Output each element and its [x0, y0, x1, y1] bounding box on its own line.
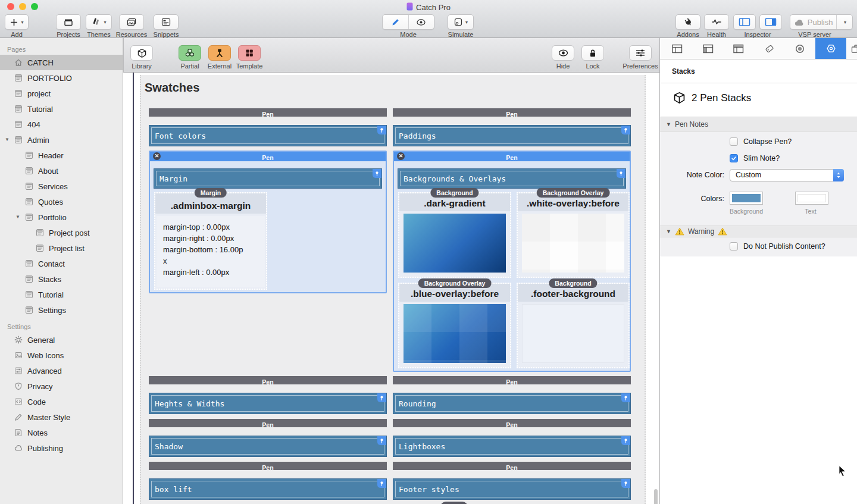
collapse-pen-checkbox[interactable] [730, 137, 738, 146]
pen-title-font-colors[interactable]: Font colors [149, 125, 387, 146]
sidebar-item-portfolio[interactable]: ▼Portfolio [0, 209, 123, 225]
simulate-button[interactable]: ▾ [448, 14, 474, 30]
sidebar-item-stacks[interactable]: Stacks [0, 271, 123, 287]
swatch-card-footer-background[interactable]: Background .footer-background [517, 283, 630, 368]
preferences-button[interactable] [629, 45, 652, 61]
disclosure-triangle-icon[interactable]: ▼ [5, 137, 10, 142]
sidebar-item-portfolio[interactable]: PORTFOLIO [0, 70, 123, 86]
sidebar-item-tutorial[interactable]: Tutorial [0, 101, 123, 117]
partial-button[interactable] [179, 45, 201, 61]
canvas-scrollbar-thumb[interactable] [654, 489, 658, 504]
text-color-well[interactable] [795, 192, 828, 205]
sidebar-item-project-post[interactable]: Project post [0, 225, 123, 240]
inspector-right-panel-button[interactable] [759, 14, 782, 30]
sidebar-item-privacy[interactable]: Privacy [0, 378, 123, 394]
sidebar-item-project[interactable]: project [0, 86, 123, 101]
publish-menu-button[interactable]: ▾ [836, 15, 852, 29]
disclosure-triangle-icon[interactable]: ▼ [666, 121, 671, 127]
pen-stack-bar[interactable]: Pen [149, 462, 387, 470]
pen-notes-section-header[interactable]: ▼ Pen Notes [660, 117, 857, 132]
pin-icon[interactable] [377, 393, 386, 402]
preview-mode-button[interactable] [408, 15, 434, 29]
selected-pen-header[interactable]: ✕ Pen [150, 152, 386, 161]
sidebar-item-code[interactable]: Code [0, 394, 123, 409]
warning-section-header[interactable]: ▼ Warning [660, 226, 857, 237]
pen-stack-bar[interactable]: Pen [149, 419, 387, 427]
background-color-well[interactable] [730, 192, 763, 205]
swatch-card-dark-gradient[interactable]: Background .dark-gradient [398, 192, 511, 278]
pin-icon[interactable] [377, 436, 386, 445]
pen-stack-bar[interactable]: Pen [393, 376, 631, 384]
resources-button[interactable] [119, 14, 144, 30]
pen-stack-bar[interactable]: Pen [393, 462, 631, 470]
pen-stack-selected-backgrounds[interactable]: ✕ Pen Backgrounds & Overlays Background … [393, 151, 631, 372]
pen-title-shadow[interactable]: Shadow [149, 436, 387, 457]
disclosure-triangle-icon[interactable]: ▼ [666, 228, 671, 234]
sidebar-item-services[interactable]: Services [0, 179, 123, 194]
pen-title-footer-styles[interactable]: Footer styles [393, 478, 631, 500]
selected-pen-header[interactable]: ✕ Pen [394, 152, 630, 161]
inspector-left-panel-button[interactable] [733, 14, 756, 30]
pin-icon[interactable] [377, 126, 386, 134]
swatch-card-white-overlay[interactable]: Background Overlay .white-overlay:before [517, 192, 630, 278]
pen-title-box-lift[interactable]: box lift [149, 478, 387, 500]
tab-stacks-settings[interactable] [815, 38, 846, 59]
sidebar-item-notes[interactable]: Notes [0, 425, 123, 440]
pin-icon[interactable] [621, 393, 630, 402]
pen-title-rounding[interactable]: Rounding [393, 393, 631, 414]
sidebar-item-admin[interactable]: ▼Admin [0, 132, 123, 148]
publish-button[interactable]: Publish [790, 15, 836, 29]
sidebar-item-settings[interactable]: Settings [0, 302, 123, 318]
swatch-card-blue-overlay[interactable]: Background Overlay .blue-overlay:before [398, 283, 511, 368]
pen-stack-bar[interactable]: Pen [393, 108, 631, 117]
pen-stack-bar[interactable]: Pen [149, 108, 387, 117]
pin-icon[interactable] [621, 479, 630, 488]
snippets-button[interactable] [154, 14, 179, 30]
select-stepper-icon[interactable] [833, 169, 844, 181]
sidebar-item-404[interactable]: 404 [0, 117, 123, 132]
sidebar-item-tutorial[interactable]: Tutorial [0, 287, 123, 302]
tab-sidebar-layout[interactable] [693, 38, 724, 59]
pen-stack-bar[interactable]: Pen [393, 419, 631, 427]
addons-button[interactable] [675, 14, 700, 30]
swatch-card-margin[interactable]: Margin .adminbox-margin margin-top : 0.0… [154, 192, 267, 290]
tab-copy[interactable] [846, 38, 857, 59]
edit-mode-button[interactable] [383, 15, 408, 29]
do-not-publish-checkbox[interactable] [730, 242, 738, 251]
sidebar-item-general[interactable]: General [0, 332, 123, 348]
tab-header-layout[interactable] [723, 38, 754, 59]
external-button[interactable] [208, 45, 231, 61]
pen-title-paddings[interactable]: Paddings [393, 125, 631, 146]
disclosure-triangle-icon[interactable]: ▼ [15, 215, 20, 220]
themes-button[interactable]: ▾ [86, 14, 112, 30]
health-button[interactable] [704, 14, 729, 30]
sidebar-item-master-style[interactable]: Master Style [0, 409, 123, 425]
sidebar-item-contact[interactable]: Contact [0, 256, 123, 271]
tab-meta-tags[interactable] [754, 38, 785, 59]
pin-icon[interactable] [621, 436, 630, 445]
pen-title-heights-widths[interactable]: Heghts & Widths [149, 393, 387, 414]
sidebar-item-project-list[interactable]: Project list [0, 240, 123, 256]
slim-note-checkbox[interactable] [730, 154, 738, 162]
sidebar-item-catch[interactable]: CATCH [0, 55, 123, 70]
pen-title-margin[interactable]: Margin [154, 168, 382, 189]
lock-button[interactable] [581, 45, 604, 61]
sidebar-item-advanced[interactable]: Advanced [0, 363, 123, 378]
pin-icon[interactable] [373, 169, 381, 178]
pen-title-backgrounds-overlays[interactable]: Backgrounds & Overlays [398, 168, 626, 189]
note-color-select[interactable]: Custom [730, 169, 844, 181]
pin-icon[interactable] [621, 126, 630, 134]
sidebar-item-quotes[interactable]: Quotes [0, 194, 123, 209]
add-button[interactable]: ▾ [5, 14, 29, 30]
projects-button[interactable] [56, 14, 81, 30]
pen-title-lightboxes[interactable]: Lightboxes [393, 436, 631, 457]
sidebar-item-web-icons[interactable]: Web Icons [0, 348, 123, 363]
pin-icon[interactable] [377, 479, 386, 488]
pin-icon[interactable] [617, 169, 625, 178]
pen-stack-bar[interactable]: Pen [149, 376, 387, 384]
hide-button[interactable] [552, 45, 574, 61]
tab-theme[interactable] [784, 38, 815, 59]
template-button[interactable] [238, 45, 261, 61]
sidebar-item-publishing[interactable]: Publishing [0, 440, 123, 456]
sidebar-item-about[interactable]: About [0, 163, 123, 179]
